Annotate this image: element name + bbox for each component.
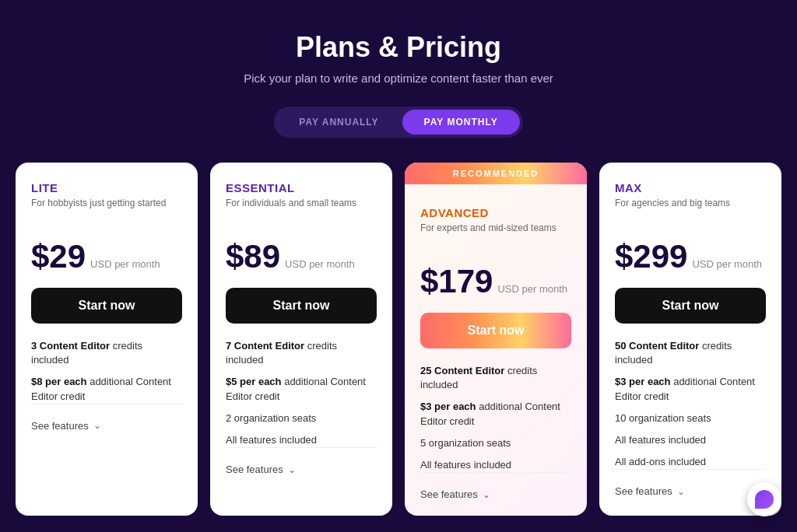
see-features-row-essential[interactable]: See features ⌄ [226,447,377,475]
start-now-button-advanced[interactable]: Start now [420,313,571,348]
price-period-essential: USD per month [285,258,355,270]
price-row-advanced: $179 USD per month [420,263,571,300]
chevron-down-icon-max: ⌄ [677,486,685,497]
feature-item: 25 Content Editor credits included [420,364,571,392]
feature-item: All add-ons included [615,455,766,469]
feature-item: $3 per each additional Content Editor cr… [420,400,571,428]
start-now-button-max[interactable]: Start now [615,288,766,324]
plan-card-max: MAX For agencies and big teams $299 USD … [599,163,781,516]
plan-name-max: MAX [615,181,766,194]
recommended-badge: RECOMMENDED [405,163,587,184]
feature-item: All features included [615,433,766,447]
see-features-label-lite: See features [31,420,89,432]
features-list-advanced: 25 Content Editor credits included$3 per… [420,364,571,472]
chat-bubble-button[interactable] [747,482,781,516]
chevron-down-icon-essential: ⌄ [288,464,296,475]
price-row-lite: $29 USD per month [31,238,182,275]
billing-toggle: PAY ANNUALLY PAY MONTHLY [274,107,522,138]
feature-item: 10 organization seats [615,411,766,425]
start-now-button-essential[interactable]: Start now [226,288,377,324]
feature-item: 5 organization seats [420,436,571,450]
start-now-button-lite[interactable]: Start now [31,288,182,324]
plan-description-max: For agencies and big teams [615,198,766,226]
price-row-max: $299 USD per month [615,238,766,275]
plan-name-essential: ESSENTIAL [226,181,377,194]
see-features-label-max: See features [615,485,672,497]
plan-content-max: MAX For agencies and big teams $299 USD … [615,181,766,497]
plan-description-essential: For individuals and small teams [226,198,377,226]
page-header: Plans & Pricing Pick your plan to write … [244,31,553,85]
pay-annually-button[interactable]: PAY ANNUALLY [277,110,400,135]
feature-item: $8 per each additional Content Editor cr… [31,375,182,403]
plan-name-advanced: ADVANCED [420,206,571,219]
feature-item: $5 per each additional Content Editor cr… [226,375,377,403]
page-title: Plans & Pricing [244,31,553,64]
feature-item: All features included [420,458,571,472]
plan-description-advanced: For experts and mid-sized teams [420,222,571,250]
price-period-advanced: USD per month [497,283,567,295]
price-amount-advanced: $179 [420,263,493,300]
plan-name-lite: LITE [31,181,182,194]
feature-item: 3 Content Editor credits included [31,339,182,367]
plan-description-lite: For hobbyists just getting started [31,198,182,226]
price-amount-essential: $89 [226,238,280,275]
feature-item: 7 Content Editor credits included [226,339,377,367]
pay-monthly-button[interactable]: PAY MONTHLY [402,110,520,135]
price-period-lite: USD per month [90,258,160,270]
see-features-row-lite[interactable]: See features ⌄ [31,404,182,432]
features-list-lite: 3 Content Editor credits included$8 per … [31,339,182,404]
see-features-row-advanced[interactable]: See features ⌄ [420,472,571,500]
plan-card-advanced: RECOMMENDED ADVANCED For experts and mid… [405,163,587,516]
plan-content-lite: LITE For hobbyists just getting started … [31,181,182,432]
feature-item: All features included [226,433,377,447]
plan-content-advanced: ADVANCED For experts and mid-sized teams… [420,206,571,500]
feature-item: $3 per each additional Content Editor cr… [615,375,766,403]
feature-item: 50 Content Editor credits included [615,339,766,367]
features-list-essential: 7 Content Editor credits included$5 per … [226,339,377,447]
chat-icon [755,490,774,509]
plan-card-lite: LITE For hobbyists just getting started … [16,163,198,516]
features-list-max: 50 Content Editor credits included$3 per… [615,339,766,469]
plan-content-essential: ESSENTIAL For individuals and small team… [226,181,377,475]
chevron-down-icon-advanced: ⌄ [483,489,490,500]
price-row-essential: $89 USD per month [226,238,377,275]
see-features-row-max[interactable]: See features ⌄ [615,469,766,497]
price-amount-max: $299 [615,238,687,275]
price-period-max: USD per month [692,258,762,270]
see-features-label-advanced: See features [420,488,478,500]
see-features-label-essential: See features [226,464,283,475]
price-amount-lite: $29 [31,238,86,275]
chevron-down-icon-lite: ⌄ [93,420,101,431]
page-subtitle: Pick your plan to write and optimize con… [244,72,553,85]
plans-container: LITE For hobbyists just getting started … [16,163,781,516]
plan-card-essential: ESSENTIAL For individuals and small team… [210,163,392,516]
feature-item: 2 organization seats [226,411,377,425]
